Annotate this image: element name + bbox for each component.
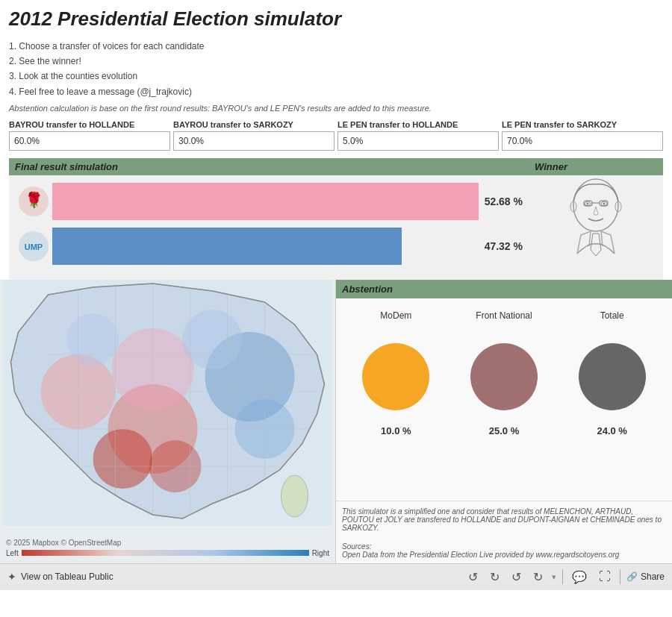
footer-bar: ✦ View on Tableau Public ↺ ↻ ↺ ↻ ▾ 💬 ⛶ 🔗… (0, 563, 672, 590)
modem-label: MoDem (380, 310, 411, 321)
hollande-bar-container (52, 183, 479, 220)
modem-circle (362, 343, 429, 410)
fullscreen-button[interactable]: ⛶ (596, 569, 614, 585)
hollande-pct: 52.68 % (485, 195, 523, 207)
sarkozy-bar-container (52, 228, 479, 265)
share-label: Share (641, 571, 665, 582)
abstention-note: Abstention calculation is base on the fi… (9, 104, 663, 113)
abstention-section-header: Abstention (336, 280, 672, 298)
transfers-row: BAYROU transfer to HOLLANDE BAYROU trans… (9, 120, 663, 151)
legend-gradient (22, 550, 309, 556)
fn-circle (470, 343, 538, 410)
totale-col: Totale 24.0 % (558, 304, 666, 495)
footer-divider2 (620, 569, 620, 584)
lepen-hollande-group: LE PEN transfer to HOLLANDE (337, 120, 499, 151)
portrait-svg (562, 175, 629, 257)
instructions: 1. Choose a transfer of voices for each … (9, 40, 663, 99)
sarkozy-bar (52, 228, 402, 265)
hollande-icon: 🌹 (15, 183, 52, 220)
sarkozy-bar-row: UMP 47.32 % (15, 228, 523, 265)
footer-controls: ↺ ↻ ↺ ↻ ▾ 💬 ⛶ 🔗 Share (465, 569, 665, 586)
hollande-bar-row: 🌹 52.68 % (15, 183, 523, 220)
hollande-party-icon: 🌹 (17, 185, 50, 218)
share-button[interactable]: 🔗 Share (626, 571, 665, 582)
fn-label: Front National (476, 310, 532, 321)
footer-divider (562, 569, 563, 584)
main-container: 2012 Presidential Election simulator 1. … (0, 0, 672, 280)
modem-col: MoDem 10.0 % (342, 304, 450, 495)
redo2-button[interactable]: ↻ (530, 569, 546, 586)
sources-text: Open Data from the Presidential Election… (342, 551, 619, 559)
fn-col: Front National 25.0 % (450, 304, 559, 495)
legend-right-label: Right (312, 549, 329, 557)
comment-button[interactable]: 💬 (569, 569, 590, 586)
results-header: Final result simulation (9, 158, 529, 175)
undo2-button[interactable]: ↺ (508, 569, 524, 586)
redo-button[interactable]: ↻ (487, 569, 503, 586)
results-top-bar: Final result simulation 🌹 (9, 158, 663, 280)
lepen-hollande-input[interactable] (337, 131, 499, 151)
svg-point-18 (93, 429, 153, 489)
view-tableau-link[interactable]: View on Tableau Public (21, 571, 113, 582)
bayrou-hollande-group: BAYROU transfer to HOLLANDE (9, 120, 170, 151)
svg-text:UMP: UMP (25, 242, 43, 251)
undo-button[interactable]: ↺ (465, 569, 481, 586)
winner-header: Winner (529, 158, 663, 175)
fn-pct: 25.0 % (489, 425, 519, 436)
map-legend: Left Right (6, 549, 329, 557)
dropdown-arrow: ▾ (552, 572, 556, 582)
svg-point-7 (587, 202, 589, 204)
lepen-sarkozy-group: LE PEN transfer to SARKOZY (502, 120, 663, 151)
sarkozy-party-icon: UMP (17, 230, 50, 263)
tableau-icon: ✦ (7, 571, 16, 583)
france-map-svg (0, 280, 335, 526)
svg-text:🌹: 🌹 (25, 191, 43, 209)
footnote-area: This simulator is a simplified one and c… (336, 501, 672, 538)
share-icon: 🔗 (626, 571, 638, 582)
svg-point-4 (573, 179, 618, 231)
winner-area (529, 175, 663, 257)
totale-label: Totale (600, 310, 624, 321)
lepen-sarkozy-label: LE PEN transfer to SARKOZY (502, 120, 663, 129)
svg-point-24 (67, 313, 119, 366)
svg-point-23 (183, 310, 243, 369)
footnote-text: This simulator is a simplified one and c… (342, 507, 666, 532)
bayrou-sarkozy-group: BAYROU transfer to SARKOZY (173, 120, 335, 151)
svg-point-36 (281, 475, 308, 517)
bayrou-hollande-input[interactable] (9, 131, 170, 151)
abstention-area: Abstention MoDem 10.0 % Front National 2… (336, 280, 672, 563)
map-area: © 2025 Mapbox © OpenStreetMap Left Right (0, 280, 336, 563)
bottom-area: © 2025 Mapbox © OpenStreetMap Left Right… (0, 280, 672, 563)
abstention-content: MoDem 10.0 % Front National 25.0 % Total… (336, 298, 672, 501)
page-title: 2012 Presidential Election simulator (9, 7, 663, 31)
lepen-hollande-label: LE PEN transfer to HOLLANDE (337, 120, 499, 129)
abstention-cols: MoDem 10.0 % Front National 25.0 % Total… (342, 304, 666, 495)
sarkozy-icon: UMP (15, 228, 52, 265)
bayrou-sarkozy-label: BAYROU transfer to SARKOZY (173, 120, 335, 129)
sources-area: Sources: Open Data from the Presidential… (336, 538, 672, 563)
modem-pct: 10.0 % (381, 425, 411, 436)
legend-left-label: Left (6, 549, 19, 557)
svg-point-8 (603, 202, 606, 204)
sarkozy-pct: 47.32 % (485, 240, 523, 252)
results-right: Winner (529, 158, 663, 280)
map-placeholder (0, 280, 335, 563)
lepen-sarkozy-input[interactable] (502, 131, 663, 151)
winner-portrait (559, 175, 633, 257)
results-left: Final result simulation 🌹 (9, 158, 529, 280)
totale-circle (579, 343, 646, 410)
hollande-bar (52, 183, 479, 220)
bars-area: 🌹 52.68 % (9, 175, 529, 280)
results-wrapper: Final result simulation 🌹 (9, 158, 663, 280)
map-copyright: © 2025 Mapbox © OpenStreetMap (6, 539, 121, 547)
bayrou-hollande-label: BAYROU transfer to HOLLANDE (9, 120, 170, 129)
totale-pct: 24.0 % (597, 425, 626, 436)
sources-label: Sources: (342, 542, 371, 551)
bayrou-sarkozy-input[interactable] (173, 131, 335, 151)
